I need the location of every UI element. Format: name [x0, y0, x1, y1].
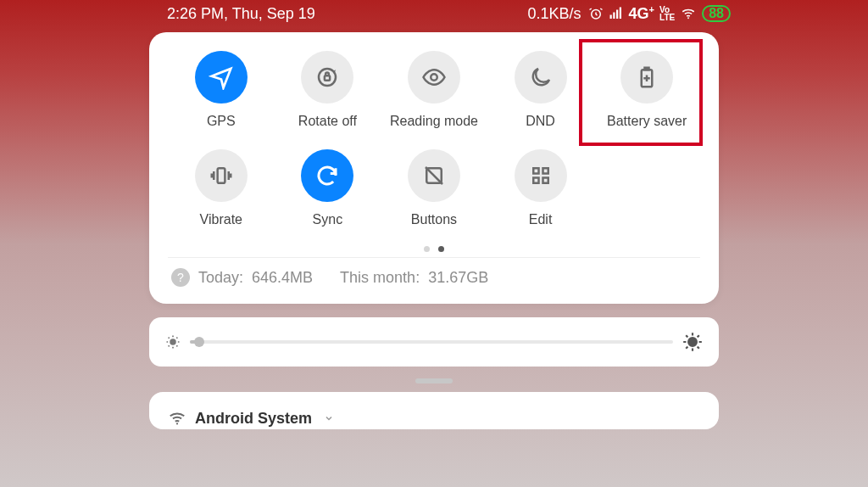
volte-label: VoLTE — [659, 6, 675, 21]
status-bar: 2:26 PM, Thu, Sep 19 0.1KB/s 4G+ VoLTE 8… — [127, 0, 741, 27]
navigation-icon[interactable] — [195, 51, 248, 104]
svg-rect-3 — [616, 10, 618, 20]
toggle-rotate-off[interactable]: Rotate off — [276, 51, 378, 129]
chevron-down-icon[interactable] — [324, 413, 334, 423]
wifi-icon — [168, 409, 186, 428]
data-month-value: 31.67GB — [428, 269, 488, 287]
svg-rect-10 — [217, 168, 225, 183]
brightness-slider-panel — [149, 317, 719, 367]
toggle-label-dnd: DND — [526, 114, 555, 129]
network-4g-label: 4G+ — [629, 4, 654, 23]
toggle-battery-saver[interactable]: Battery saver — [596, 51, 698, 129]
quick-settings-panel: GPSRotate offReading modeDNDBattery save… — [149, 32, 719, 304]
page-dot-1[interactable] — [438, 246, 444, 252]
status-time-date: 2:26 PM, Thu, Sep 19 — [167, 5, 315, 23]
brightness-thumb[interactable] — [194, 337, 204, 347]
toggle-label-battery-saver: Battery saver — [607, 114, 687, 129]
toggle-reading-mode[interactable]: Reading mode — [383, 51, 485, 129]
svg-rect-13 — [533, 168, 538, 173]
toggle-label-edit: Edit — [529, 212, 553, 227]
toggle-label-reading-mode: Reading mode — [390, 114, 478, 129]
toggle-buttons[interactable]: Buttons — [383, 149, 485, 227]
toggle-label-vibrate: Vibrate — [200, 212, 242, 227]
signal-icon — [609, 6, 624, 21]
data-today-value: 646.4MB — [252, 269, 313, 287]
grid-icon[interactable] — [515, 149, 567, 202]
drag-handle[interactable] — [415, 378, 453, 383]
toggle-sync[interactable]: Sync — [276, 149, 378, 227]
brightness-low-icon — [164, 333, 181, 350]
quick-settings-grid: GPSRotate offReading modeDNDBattery save… — [168, 51, 700, 227]
svg-point-19 — [176, 423, 178, 424]
svg-rect-4 — [619, 8, 620, 20]
svg-point-18 — [688, 338, 697, 346]
svg-rect-1 — [609, 15, 611, 20]
svg-rect-16 — [542, 178, 548, 183]
data-usage-row[interactable]: ? Today: 646.4MB This month: 31.67GB — [168, 266, 700, 292]
toggle-dnd[interactable]: DND — [490, 51, 592, 129]
brightness-slider[interactable] — [190, 340, 673, 344]
alarm-icon — [588, 6, 604, 21]
help-icon: ? — [171, 268, 190, 287]
divider — [168, 257, 700, 258]
toggle-gps[interactable]: GPS — [170, 51, 272, 129]
toggle-label-gps: GPS — [207, 114, 236, 129]
data-month-label: This month: — [340, 269, 420, 287]
brightness-high-icon — [682, 331, 704, 353]
data-today-label: Today: — [198, 269, 243, 287]
notification-card[interactable]: Android System — [149, 392, 719, 429]
svg-rect-2 — [613, 13, 615, 20]
moon-icon[interactable] — [515, 51, 567, 104]
svg-point-8 — [431, 74, 437, 81]
svg-line-12 — [426, 167, 442, 184]
eye-icon[interactable] — [408, 51, 460, 104]
vibrate-icon[interactable] — [195, 149, 248, 202]
svg-point-17 — [170, 339, 175, 344]
svg-rect-7 — [325, 76, 330, 81]
toggle-vibrate[interactable]: Vibrate — [170, 149, 272, 227]
rotate-lock-icon[interactable] — [301, 51, 353, 104]
notification-app-name: Android System — [195, 410, 312, 428]
page-indicator[interactable] — [168, 246, 700, 252]
status-netspeed: 0.1KB/s — [528, 5, 581, 23]
toggle-label-buttons: Buttons — [411, 212, 457, 227]
battery-plus-icon[interactable] — [620, 51, 673, 104]
battery-indicator: 88 — [702, 5, 731, 22]
page-dot-0[interactable] — [424, 246, 430, 252]
sync-icon[interactable] — [301, 149, 353, 202]
svg-point-6 — [319, 69, 336, 86]
buttons-icon[interactable] — [408, 149, 460, 202]
svg-rect-14 — [542, 168, 548, 173]
svg-rect-15 — [533, 178, 538, 183]
status-right: 0.1KB/s 4G+ VoLTE 88 — [528, 4, 731, 23]
svg-point-5 — [687, 17, 689, 19]
wifi-icon — [680, 6, 697, 21]
toggle-label-rotate-off: Rotate off — [298, 114, 357, 129]
toggle-edit[interactable]: Edit — [490, 149, 592, 227]
toggle-label-sync: Sync — [313, 212, 343, 227]
